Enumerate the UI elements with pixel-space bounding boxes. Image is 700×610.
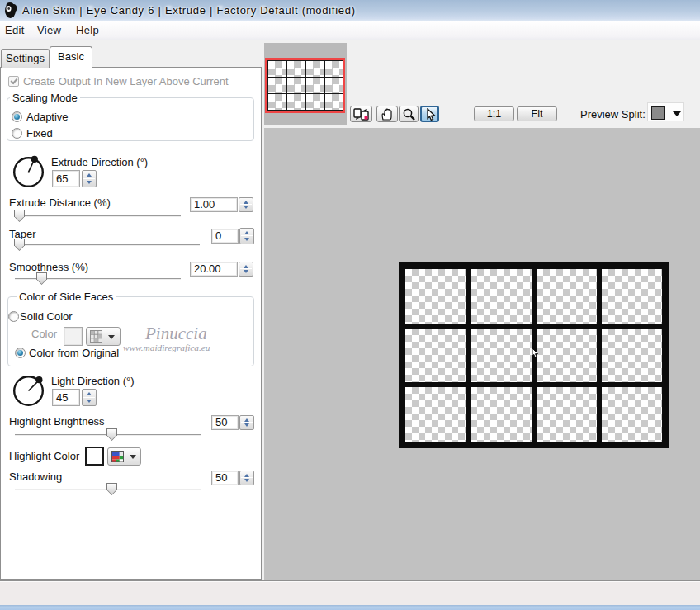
label-color-side-faces: Color of Side Faces [17, 291, 116, 303]
input-smoothness[interactable]: 20.00 [190, 262, 238, 277]
statusbar [0, 582, 700, 605]
label-preview-split: Preview Split: [580, 108, 646, 121]
spin-highlight-brightness[interactable] [239, 415, 254, 430]
btn-zoom[interactable] [399, 106, 419, 122]
radio-adaptive[interactable] [12, 111, 22, 122]
watermark-url: www.maidiregrafica.eu [123, 343, 210, 352]
label-scaling-mode: Scaling Mode [10, 92, 80, 104]
btn-pan[interactable] [376, 106, 398, 122]
preview-area [264, 128, 700, 581]
spin-light-direction[interactable] [82, 389, 97, 406]
input-extrude-direction[interactable]: 65 [52, 170, 80, 187]
app-icon [3, 2, 18, 19]
label-highlight-color: Highlight Color [9, 450, 79, 462]
dial-light-direction[interactable] [12, 374, 45, 408]
label-solid-color: Solid Color [20, 310, 73, 323]
title-text: Alien Skin | Eye Candy 6 | Extrude | Fac… [22, 0, 356, 21]
dropdown-preview-split[interactable] [647, 102, 684, 121]
label-highlight-brightness: Highlight Brightness [9, 415, 105, 428]
menubar: Edit View Help [0, 21, 700, 40]
thumbnail-image [267, 60, 343, 111]
spin-smoothness[interactable] [239, 262, 253, 277]
swatch-highlight-color[interactable] [85, 447, 104, 466]
eye-candy-extrude-window: Alien Skin | Eye Candy 6 | Extrude | Fac… [0, 0, 700, 610]
input-taper[interactable]: 0 [211, 229, 239, 244]
radio-fixed[interactable] [12, 128, 22, 139]
input-extrude-distance[interactable]: 1.00 [190, 197, 238, 212]
spin-taper[interactable] [239, 228, 254, 244]
menu-edit[interactable]: Edit [5, 23, 25, 38]
btn-select[interactable] [420, 106, 439, 122]
input-light-direction[interactable]: 45 [52, 389, 80, 406]
label-smoothness: Smoothness (%) [9, 261, 88, 273]
label-fixed: Fixed [26, 127, 53, 139]
spin-extrude-direction[interactable] [82, 170, 97, 187]
spin-extrude-distance[interactable] [239, 197, 253, 212]
dial-extrude-direction[interactable] [12, 155, 45, 189]
cursor [532, 348, 539, 358]
label-shadowing: Shadowing [9, 471, 62, 483]
titlebar: Alien Skin | Eye Candy 6 | Extrude | Fac… [0, 0, 700, 21]
btn-compare[interactable] [350, 106, 372, 122]
tab-basic[interactable]: Basic [50, 46, 92, 69]
label-adaptive: Adaptive [26, 111, 69, 123]
label-extrude-direction: Extrude Direction (°) [51, 156, 148, 168]
label-taper: Taper [9, 228, 36, 240]
input-highlight-brightness[interactable]: 50 [211, 415, 239, 430]
btn-fit[interactable]: Fit [517, 106, 557, 121]
label-create-output: Create Output In New Layer Above Current [23, 75, 229, 87]
swatch-solid-color[interactable] [64, 327, 83, 346]
dropdown-solid-color[interactable] [86, 327, 121, 346]
tab-settings[interactable]: Settings [1, 49, 50, 68]
menu-view[interactable]: View [37, 23, 61, 38]
btn-1to1[interactable]: 1:1 [474, 106, 514, 121]
label-color: Color [31, 328, 57, 340]
watermark-name: Pinuccia [145, 324, 207, 344]
menu-help[interactable]: Help [76, 23, 99, 38]
radio-color-original[interactable] [15, 348, 26, 358]
slider-taper [15, 244, 200, 245]
label-extrude-distance: Extrude Distance (%) [9, 196, 111, 209]
input-shadowing[interactable]: 50 [211, 471, 239, 485]
dropdown-highlight-color[interactable] [107, 447, 141, 466]
label-color-original: Color from Original [29, 347, 119, 359]
window-bottom-border [0, 605, 700, 610]
spin-shadowing[interactable] [239, 471, 254, 485]
label-light-direction: Light Direction (°) [51, 375, 135, 387]
radio-solid-color[interactable] [8, 311, 19, 322]
checkbox-create-output[interactable] [8, 76, 19, 87]
slider-extrude-distance [15, 215, 181, 216]
